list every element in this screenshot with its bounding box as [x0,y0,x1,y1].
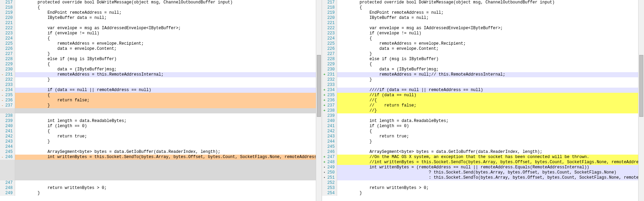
code-text[interactable] [15,82,322,88]
code-text[interactable]: if (length == 0) [337,124,644,129]
code-text[interactable]: } [337,191,644,196]
code-text[interactable]: data = envelope.Content; [15,46,322,52]
code-line[interactable]: 245 [322,144,644,149]
code-line[interactable]: 239 int length = data.ReadableBytes; [0,119,322,124]
code-line[interactable]: 223 if (envelope != null) [322,31,644,36]
code-line[interactable] [0,160,322,165]
code-line[interactable]: 242 return true; [0,134,322,139]
code-line[interactable]: +235 //if (data == null) [322,93,644,98]
code-text[interactable] [337,180,644,186]
code-text[interactable]: EndPoint remoteAddress = null; [337,10,644,15]
code-text[interactable]: { [15,129,322,134]
code-line[interactable]: -234 if (data == null || remoteAddress =… [0,88,322,93]
code-line[interactable]: •251 : this.Socket.SendTo(bytes.Array, b… [322,175,644,180]
code-text[interactable] [15,160,322,165]
code-text[interactable]: ArraySegment<byte> bytes = data.GetIoBuf… [15,149,322,155]
code-line[interactable]: 244 [0,144,322,149]
code-line[interactable]: 239 [322,113,644,119]
code-line[interactable]: 232 } [0,77,322,82]
code-text[interactable]: //{ [337,98,644,103]
code-line[interactable]: 226 data = envelope.Content; [0,46,322,52]
code-line[interactable]: 232 } [322,77,644,82]
code-editor-right[interactable]: 217 protected override bool DoWriteMessa… [322,0,644,201]
code-text[interactable]: data = envelope.Content; [337,46,644,52]
code-text[interactable] [337,144,644,149]
code-line[interactable]: 221 [322,21,644,26]
code-line[interactable]: 227 } [322,52,644,57]
code-line[interactable]: 225 remoteAddress = envelope.Recipient; [322,41,644,46]
code-text[interactable]: if (envelope != null) [337,31,644,36]
code-line[interactable] [0,165,322,170]
code-line[interactable]: 240 int length = data.ReadableBytes; [322,119,644,124]
code-line[interactable]: 218 { [0,5,322,10]
code-line[interactable]: +234 ////if (data == null || remoteAddre… [322,88,644,93]
code-text[interactable] [15,21,322,26]
code-text[interactable]: } [15,139,322,144]
code-text[interactable]: else if (msg is IByteBuffer) [15,57,322,62]
code-line[interactable]: +237 // return false; [322,103,644,108]
code-line[interactable]: -246 int writtenBytes = this.Socket.Send… [0,155,322,160]
code-line[interactable]: 219 EndPoint remoteAddress = null; [0,10,322,15]
code-line[interactable]: 253 return writtenBytes > 0; [322,186,644,191]
code-text[interactable]: } [337,139,644,144]
code-line[interactable]: 225 remoteAddress = envelope.Recipient; [0,41,322,46]
code-line[interactable]: 230 data = (IByteBuffer)msg; [322,67,644,72]
code-line[interactable]: 252 [322,180,644,186]
code-text[interactable] [15,170,322,175]
code-text[interactable]: } [337,52,644,57]
code-text[interactable]: return writtenBytes > 0; [15,186,322,191]
code-text[interactable]: } [15,103,322,108]
code-text[interactable]: //On the MAC OS X system, an exception t… [337,155,644,160]
code-text[interactable]: remoteAddress = envelope.Recipient; [15,41,322,46]
code-line[interactable]: 228 else if (msg is IByteBuffer) [322,57,644,62]
code-line[interactable] [0,170,322,175]
code-line[interactable]: 219 EndPoint remoteAddress = null; [322,10,644,15]
code-text[interactable]: ArraySegment<byte> bytes = data.GetIoBuf… [337,149,644,155]
code-text[interactable] [15,108,322,113]
code-line[interactable]: 246 ArraySegment<byte> bytes = data.GetI… [322,149,644,155]
code-editor-left[interactable]: 217 protected override bool DoWriteMessa… [0,0,322,201]
code-line[interactable]: 222 var envelope = msg as IAddressedEnve… [322,26,644,31]
code-line[interactable]: 230 data = (IByteBuffer)msg; [0,67,322,72]
code-line[interactable]: •249 int writtenBytes = (remoteAddress =… [322,165,644,170]
code-line[interactable]: 242 { [322,129,644,134]
code-line[interactable]: 229 { [322,62,644,67]
code-text[interactable] [15,180,322,186]
code-line[interactable]: 249 } [0,191,322,196]
code-line[interactable]: 227 } [0,52,322,57]
code-line[interactable]: -231 remoteAddress = this.RemoteAddressI… [0,72,322,77]
scrollbar-thumb-right[interactable] [639,55,643,117]
code-text[interactable]: return false; [15,98,322,103]
code-text[interactable]: //} [337,108,644,113]
code-text[interactable]: if (envelope != null) [15,31,322,36]
code-line[interactable]: +247 //On the MAC OS X system, an except… [322,155,644,160]
code-line[interactable]: -237 } [0,103,322,108]
code-text[interactable]: { [15,62,322,67]
code-text[interactable]: : this.Socket.SendTo(bytes.Array, bytes.… [337,175,644,180]
code-text[interactable]: int writtenBytes = (remoteAddress == nul… [337,165,644,170]
code-text[interactable]: remoteAddress = envelope.Recipient; [337,41,644,46]
code-text[interactable]: //int writtenBytes = this.Socket.SendTo(… [337,160,644,165]
code-line[interactable]: 229 { [0,62,322,67]
code-line[interactable]: 243 return true; [322,134,644,139]
code-text[interactable] [15,175,322,180]
code-line[interactable]: 243 } [0,139,322,144]
code-line[interactable]: 224 { [0,36,322,41]
code-line[interactable]: 247 [0,180,322,186]
code-line[interactable] [0,108,322,113]
code-line[interactable]: 233 [0,82,322,88]
code-text[interactable]: remoteAddress = null;// this.RemoteAddre… [337,72,644,77]
code-line[interactable]: 220 IByteBuffer data = null; [322,15,644,21]
code-line[interactable] [0,175,322,180]
code-text[interactable] [337,82,644,88]
code-line[interactable]: 254 } [322,191,644,196]
code-line[interactable]: 221 [0,21,322,26]
code-text[interactable]: remoteAddress = this.RemoteAddressIntern… [15,72,322,77]
code-text[interactable]: int length = data.ReadableBytes; [15,119,322,124]
code-text[interactable]: int writtenBytes = this.Socket.SendTo(by… [15,155,322,160]
code-line[interactable]: 223 if (envelope != null) [0,31,322,36]
code-line[interactable]: 220 IByteBuffer data = null; [0,15,322,21]
code-text[interactable] [15,113,322,119]
code-line[interactable]: 222 var envelope = msg as IAddressedEnve… [0,26,322,31]
code-text[interactable]: var envelope = msg as IAddressedEnvelope… [15,26,322,31]
